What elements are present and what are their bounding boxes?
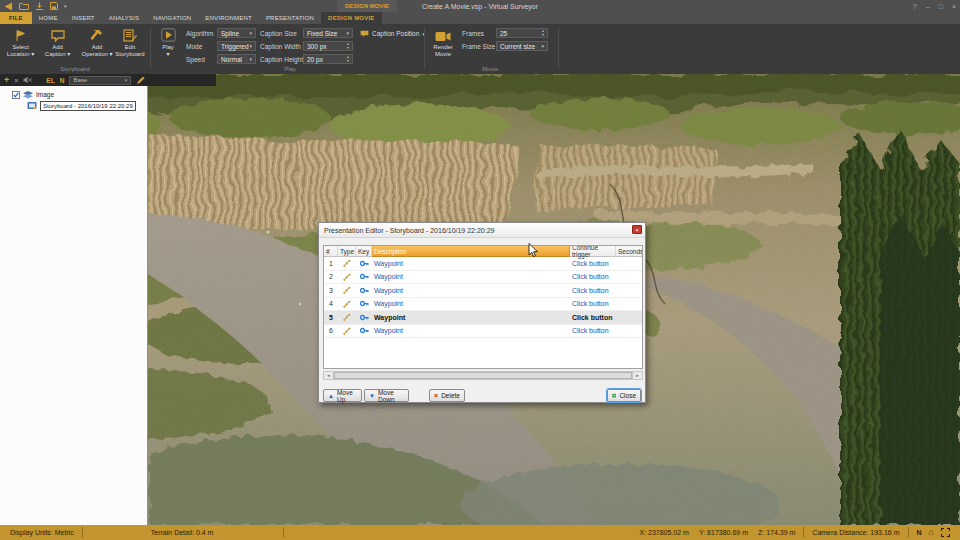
edit-storyboard-button[interactable]: Edit Storyboard — [113, 26, 147, 58]
move-up-button[interactable]: ▲ Move Up — [323, 389, 362, 402]
tab-insert[interactable]: INSERT — [65, 12, 102, 24]
contextual-tab-header: DESIGN MOVIE — [337, 0, 397, 12]
up-arrow-icon: ▲ — [328, 393, 334, 399]
tab-presentation[interactable]: PRESENTATION — [259, 12, 321, 24]
layer-select-dropdown[interactable]: Base ▾ — [69, 76, 131, 85]
coord-z: Z: 174.39 m — [758, 529, 795, 536]
frame-size-dropdown[interactable]: Current size▾ — [496, 41, 548, 51]
spin-down-icon: ▾ — [347, 59, 349, 63]
tab-environment[interactable]: ENVIRONMENT — [198, 12, 259, 24]
video-camera-icon — [435, 26, 451, 42]
add-operation-button[interactable]: Add Operation ▾ — [77, 26, 117, 58]
key-icon — [356, 257, 372, 270]
table-row[interactable]: 2 Waypoint Click button — [324, 271, 642, 285]
frames-stepper[interactable]: 25▴▾ — [496, 28, 548, 38]
column-header-seconds[interactable]: Seconds — [616, 246, 643, 257]
add-caption-button[interactable]: Add Caption ▾ — [40, 26, 75, 58]
display-units: Display Units: Metric — [10, 529, 74, 536]
tab-design-movie[interactable]: DESIGN MOVIE — [321, 12, 381, 24]
close-button[interactable]: Close — [607, 389, 641, 402]
scroll-left-icon[interactable]: ◄ — [324, 372, 334, 379]
waypoint-icon — [338, 325, 356, 338]
remove-layer-button[interactable]: × — [14, 77, 18, 84]
tab-navigation[interactable]: NAVIGATION — [146, 12, 198, 24]
play-group-label: Play — [250, 66, 330, 72]
tab-analysis[interactable]: ANALYSIS — [102, 12, 147, 24]
chevron-down-icon: ▾ — [541, 43, 544, 49]
caption-height-field: Caption Height 20 px▴▾ — [260, 54, 353, 64]
spin-down-icon: ▾ — [542, 33, 544, 37]
add-layer-button[interactable]: + — [4, 75, 9, 85]
table-row[interactable]: 3 Waypoint Click button — [324, 284, 642, 298]
column-header-description[interactable]: Description — [372, 246, 570, 257]
column-header-trigger[interactable]: Continue trigger — [570, 246, 616, 257]
fullscreen-icon[interactable] — [941, 528, 950, 537]
horizontal-scrollbar[interactable]: ◄ ► — [323, 371, 643, 380]
north-toggle[interactable]: N — [60, 77, 65, 84]
table-row[interactable]: 6 Waypoint Click button — [324, 325, 642, 339]
help-button[interactable]: ? — [913, 3, 917, 10]
open-folder-icon[interactable] — [19, 2, 29, 10]
elevation-toggle[interactable]: EL — [46, 77, 54, 84]
table-header-row: # Type Key Description Continue trigger … — [324, 246, 642, 257]
chevron-down-icon: ▾ — [249, 56, 252, 62]
algorithm-dropdown[interactable]: Spline▾ — [217, 28, 256, 38]
home-icon[interactable]: ⌂ — [929, 528, 934, 537]
app-logo-icon[interactable] — [4, 2, 13, 11]
visibility-checkbox[interactable] — [12, 91, 20, 99]
mode-dropdown[interactable]: Triggered▾ — [217, 41, 256, 51]
column-header-type[interactable]: Type — [338, 246, 356, 257]
tree-item-storyboard[interactable]: Storyboard - 2016/10/19 22:20:29 — [0, 100, 147, 111]
caption-size-field: Caption Size Fixed Size▾ — [260, 28, 353, 38]
column-header-key[interactable]: Key — [356, 246, 372, 257]
caption-width-stepper[interactable]: 300 px▴▾ — [303, 41, 353, 51]
select-location-button[interactable]: Select Location ▾ — [3, 26, 38, 58]
chevron-down-icon: ▾ — [249, 30, 252, 36]
move-down-button[interactable]: ▼ Move Down — [364, 389, 409, 402]
tab-file[interactable]: FILE — [0, 12, 32, 24]
key-icon — [356, 298, 372, 311]
tree-item-image[interactable]: Image — [0, 89, 147, 100]
waypoint-icon — [338, 271, 356, 284]
north-compass-icon[interactable]: N — [917, 529, 922, 536]
ribbon-tab-bar: FILE HOME INSERT ANALYSIS NAVIGATION ENV… — [0, 12, 960, 24]
close-window-button[interactable]: × — [952, 3, 956, 10]
render-movie-button[interactable]: Render Movie — [428, 26, 458, 58]
table-row-selected[interactable]: 5 Waypoint Click button — [324, 311, 642, 325]
coord-y: Y: 817380.69 m — [699, 529, 748, 536]
dialog-close-icon[interactable]: × — [632, 225, 642, 234]
project-panel-toolbar: + × EL N Base ▾ — [0, 74, 216, 86]
speed-dropdown[interactable]: Normal▾ — [217, 54, 256, 64]
tab-home[interactable]: HOME — [32, 12, 65, 24]
play-button[interactable]: Play ▾ — [155, 26, 181, 58]
mute-icon[interactable] — [23, 76, 32, 84]
table-row[interactable]: 1 Waypoint Click button — [324, 257, 642, 271]
delete-button[interactable]: × Delete — [429, 389, 465, 402]
import-icon[interactable] — [35, 2, 44, 10]
ribbon: Select Location ▾ Add Caption ▾ Add Oper… — [0, 24, 960, 75]
play-icon — [161, 26, 176, 42]
caption-height-stepper[interactable]: 20 px▴▾ — [303, 54, 353, 64]
caption-position-button[interactable]: Caption Position ▾ — [360, 28, 425, 39]
caption-size-dropdown[interactable]: Fixed Size▾ — [303, 28, 353, 38]
dialog-title-bar[interactable]: Presentation Editor - Storyboard - 2016/… — [319, 223, 645, 238]
green-window-icon — [612, 392, 616, 399]
table-row[interactable]: 4 Waypoint Click button — [324, 298, 642, 312]
key-icon — [356, 271, 372, 284]
scrollbar-thumb[interactable] — [334, 372, 632, 379]
save-icon[interactable] — [50, 2, 58, 10]
maximize-button[interactable]: □ — [939, 3, 943, 10]
storyboard-group-label: Storyboard — [30, 66, 120, 72]
qat-dropdown-icon[interactable]: ▾ — [64, 1, 67, 11]
chevron-down-icon: ▾ — [125, 77, 128, 83]
scroll-right-icon[interactable]: ► — [632, 372, 642, 379]
key-icon — [356, 325, 372, 338]
minimize-button[interactable]: – — [926, 3, 930, 10]
speech-bubble-icon — [51, 26, 65, 42]
delete-x-icon: × — [434, 392, 438, 399]
chevron-down-icon: ▾ — [249, 43, 252, 49]
pencil-icon[interactable] — [136, 76, 145, 85]
key-icon — [356, 311, 372, 324]
column-header-num[interactable]: # — [324, 246, 338, 257]
dialog-title: Presentation Editor - Storyboard - 2016/… — [324, 227, 494, 234]
